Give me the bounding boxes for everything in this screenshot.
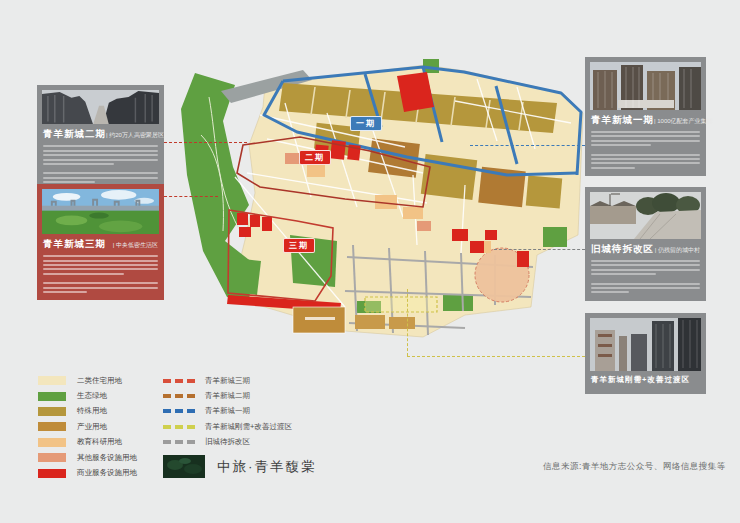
phase2-card-title: 青羊新城二期 <box>43 128 106 141</box>
phase1-card: 青羊新城一期 | 1000亿配套产业集群 <box>585 57 706 176</box>
phase3-photo <box>42 189 159 234</box>
zone-swatch <box>163 394 195 398</box>
phase2-card-header: 青羊新城二期 | 约20万人高密聚居区 <box>43 128 158 141</box>
transition-card: 青羊新城刚需+改善过渡区 <box>585 313 706 394</box>
brand-row: 中旅·青羊馥棠 <box>163 455 317 478</box>
source-note: 信息来源:青羊地方志公众号、网络信息搜集等 <box>543 461 726 473</box>
legend-item: 生态绿地 <box>38 388 158 403</box>
brand-name: 中旅·青羊馥棠 <box>217 458 317 476</box>
transition-card-header: 青羊新城刚需+改善过渡区 <box>591 375 700 385</box>
legend-zones-column: 青羊新城三期 青羊新城二期 青羊新城一期 青羊新城刚需+改善过渡区 旧城待拆改区 <box>163 373 333 450</box>
phase3-card: 青羊新城三期 | 中央低密生活区 <box>37 184 164 300</box>
transition-connector-vline <box>407 289 408 356</box>
legend-item: 教育科研用地 <box>38 435 158 450</box>
phase3-badge: 三期 <box>283 238 315 253</box>
legend-item: 青羊新城一期 <box>163 404 333 419</box>
phase1-card-subtitle: | 1000亿配套产业集群 <box>654 117 713 126</box>
phase2-connector-line <box>164 142 247 143</box>
phase1-card-title: 青羊新城一期 <box>591 114 654 127</box>
legend-item: 二类住宅用地 <box>38 373 158 388</box>
legend-item: 特殊用地 <box>38 404 158 419</box>
phase1-card-body-text <box>591 131 700 169</box>
land-use-swatch <box>38 438 66 447</box>
oldtown-card-body-text <box>591 260 700 293</box>
phase1-badge: 一期 <box>350 116 382 131</box>
zone-swatch <box>163 440 195 444</box>
legend-item: 青羊新城二期 <box>163 388 333 403</box>
phase2-badge: 二期 <box>299 150 331 165</box>
oldtown-card: 旧城待拆改区 | 仍残留的城中村 <box>585 187 706 301</box>
oldtown-photo <box>590 192 701 239</box>
legend-item: 旧城待拆改区 <box>163 435 333 450</box>
land-use-swatch <box>38 376 66 385</box>
phase3-card-title: 青羊新城三期 <box>43 238 106 251</box>
transition-zone-box <box>365 297 437 312</box>
masterplan-poster: 一期 二期 三期 青羊新城二期 | 约20万人高密聚居区 <box>0 0 740 523</box>
legend-item: 青羊新城刚需+改善过渡区 <box>163 419 333 434</box>
transition-card-title: 青羊新城刚需+改善过渡区 <box>591 375 690 385</box>
brand-logo-image <box>163 455 205 478</box>
phase2-card-body-text <box>43 145 158 183</box>
phase1-connector-line <box>470 145 585 146</box>
oldtown-card-subtitle: | 仍残留的城中村 <box>655 246 700 255</box>
legend-land-use-column: 二类住宅用地 生态绿地 特殊用地 产业用地 教育科研用地 其他服务设施用地 商业… <box>38 373 158 481</box>
land-use-swatch <box>38 469 66 478</box>
oldtown-connector-line <box>494 249 585 250</box>
legend-item: 商业服务设施用地 <box>38 465 158 480</box>
phase3-card-header: 青羊新城三期 | 中央低密生活区 <box>43 238 158 251</box>
zone-swatch <box>163 379 195 383</box>
transition-connector-hline <box>407 356 585 357</box>
master-plan-map <box>165 45 585 345</box>
phase1-card-header: 青羊新城一期 | 1000亿配套产业集群 <box>591 114 700 127</box>
land-use-swatch <box>38 407 66 416</box>
legend-item: 产业用地 <box>38 419 158 434</box>
phase2-card: 青羊新城二期 | 约20万人高密聚居区 <box>37 85 164 191</box>
phase3-card-subtitle: | 中央低密生活区 <box>113 241 158 250</box>
land-use-swatch <box>38 422 66 431</box>
oldtown-card-header: 旧城待拆改区 | 仍残留的城中村 <box>591 243 700 256</box>
legend-item: 其他服务设施用地 <box>38 450 158 465</box>
legend-item: 青羊新城三期 <box>163 373 333 388</box>
land-use-swatch <box>38 453 66 462</box>
transition-photo <box>590 318 701 371</box>
phase2-photo <box>42 90 159 124</box>
phase1-photo <box>590 62 701 110</box>
zone-swatch <box>163 409 195 413</box>
zone-swatch <box>163 425 195 429</box>
oldtown-card-title: 旧城待拆改区 <box>591 243 654 256</box>
phase3-connector-line <box>164 196 218 197</box>
phase3-card-body-text <box>43 255 158 293</box>
land-use-swatch <box>38 392 66 401</box>
phase2-card-subtitle: | 约20万人高密聚居区 <box>106 131 164 140</box>
